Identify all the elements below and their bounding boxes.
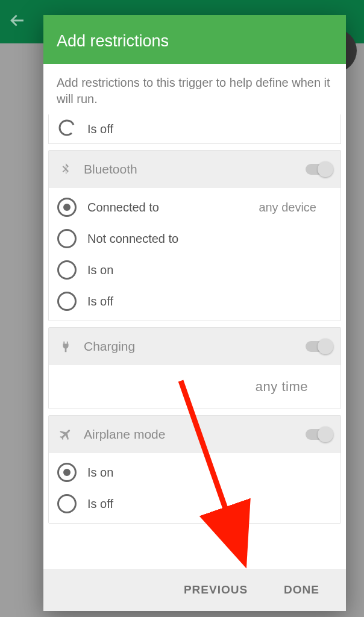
bluetooth-option-connected-to[interactable]: Connected to any device <box>49 192 340 223</box>
bluetooth-toggle[interactable] <box>306 164 332 175</box>
plug-icon <box>57 338 74 355</box>
bluetooth-option-not-connected-to[interactable]: Not connected to <box>49 223 340 254</box>
option-label: Is off <box>87 497 113 511</box>
wifi-option-is-off[interactable]: Is off <box>48 114 341 144</box>
airplane-toggle[interactable] <box>306 429 332 440</box>
charging-toggle[interactable] <box>306 341 332 352</box>
option-label: Is on <box>87 263 113 277</box>
done-button[interactable]: DONE <box>284 583 319 597</box>
charging-time-selector[interactable]: any time <box>49 369 340 405</box>
airplane-header[interactable]: Airplane mode <box>49 416 340 453</box>
dialog-footer: PREVIOUS DONE <box>43 569 346 611</box>
radio-unselected-icon <box>57 494 77 513</box>
section-title: Charging <box>84 339 306 354</box>
back-arrow-icon <box>7 10 28 33</box>
dialog-title: Add restrictions <box>43 15 346 64</box>
section-title: Bluetooth <box>84 162 306 177</box>
bluetooth-option-is-off[interactable]: Is off <box>49 286 340 317</box>
add-restrictions-dialog: Add restrictions Add restrictions to thi… <box>43 15 346 611</box>
option-label: Is on <box>87 466 113 480</box>
airplane-icon <box>57 426 74 443</box>
previous-button[interactable]: PREVIOUS <box>184 583 248 597</box>
bluetooth-section: Bluetooth Connected to any device Not co… <box>48 150 341 321</box>
radio-unselected-icon <box>57 229 77 248</box>
dialog-subtitle: Add restrictions to this trigger to help… <box>43 64 346 113</box>
option-label: Is off <box>87 295 113 308</box>
charging-header[interactable]: Charging <box>49 328 340 365</box>
bluetooth-header[interactable]: Bluetooth <box>49 151 340 188</box>
bluetooth-device-selector[interactable]: any device <box>259 201 316 215</box>
bluetooth-icon <box>57 161 74 178</box>
radio-unselected-icon <box>57 260 77 280</box>
option-label: Is off <box>87 122 113 136</box>
charging-any-label: any time <box>256 379 308 395</box>
restrictions-scroll[interactable]: Is off Bluetooth Connected to any device <box>43 113 346 569</box>
section-title: Airplane mode <box>84 427 306 442</box>
radio-selected-icon <box>57 198 77 217</box>
airplane-section: Airplane mode Is on Is off <box>48 415 341 524</box>
charging-section: Charging any time <box>48 327 341 409</box>
svg-point-0 <box>60 121 74 135</box>
airplane-option-is-off[interactable]: Is off <box>49 488 340 519</box>
option-label: Not connected to <box>87 232 178 246</box>
option-label: Connected to <box>87 201 159 215</box>
radio-selected-icon <box>57 463 77 482</box>
radio-unselected-icon <box>57 292 77 311</box>
airplane-option-is-on[interactable]: Is on <box>49 457 340 488</box>
bluetooth-option-is-on[interactable]: Is on <box>49 254 340 286</box>
radio-unselected-icon <box>57 118 77 140</box>
